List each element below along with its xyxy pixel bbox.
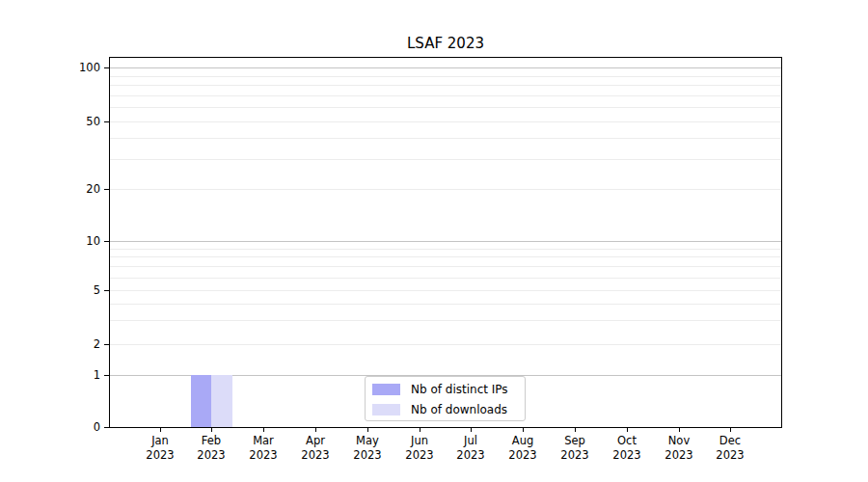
y-axis-tick-label: 20 <box>54 182 100 196</box>
x-axis-tick <box>575 428 576 432</box>
y-axis-tick-label: 2 <box>54 337 100 351</box>
y-gridline-minor <box>110 344 781 345</box>
y-gridline-minor <box>110 249 781 250</box>
y-axis-tick <box>104 344 109 345</box>
legend-label: Nb of distinct IPs <box>411 382 508 397</box>
y-axis-tick-label: 1 <box>54 368 100 382</box>
chart-title: LSAF 2023 <box>110 35 781 52</box>
legend: Nb of distinct IPsNb of downloads <box>365 376 526 421</box>
y-axis-tick-label: 0 <box>54 420 100 434</box>
y-gridline-minor <box>110 278 781 279</box>
y-gridline-minor <box>110 107 781 108</box>
y-axis-tick <box>104 121 109 122</box>
legend-swatch-distinct-ips <box>372 384 400 395</box>
y-gridline-minor <box>110 76 781 77</box>
x-axis-tick <box>263 428 264 432</box>
x-axis-tick <box>471 428 472 432</box>
y-gridline-minor <box>110 320 781 321</box>
x-axis-tick <box>730 428 731 432</box>
bar-nb-of-distinct-ips <box>191 375 212 427</box>
x-axis-tick <box>679 428 680 432</box>
y-axis-tick-label: 10 <box>54 234 100 248</box>
y-axis-tick-label: 5 <box>54 283 100 297</box>
y-gridline-minor <box>110 189 781 190</box>
y-axis-tick <box>104 189 109 190</box>
y-axis-tick <box>104 290 109 291</box>
y-axis-tick-label: 50 <box>54 115 100 128</box>
y-gridline-minor <box>110 256 781 257</box>
x-axis-tick <box>367 428 368 432</box>
y-gridline-minor <box>110 121 781 122</box>
y-gridline-minor <box>110 95 781 96</box>
y-gridline-minor <box>110 290 781 291</box>
y-axis-tick <box>104 67 109 68</box>
bar-nb-of-downloads <box>211 375 232 427</box>
x-axis-tick <box>627 428 628 432</box>
y-axis-tick <box>104 241 109 242</box>
y-axis-tick-label: 100 <box>54 61 100 74</box>
x-axis-tick-label: Dec 2023 <box>699 434 761 462</box>
y-gridline-minor <box>110 138 781 139</box>
x-axis-tick <box>420 428 420 432</box>
y-gridline-decade <box>110 241 781 242</box>
legend-label: Nb of downloads <box>411 402 507 417</box>
x-axis-tick <box>315 428 316 432</box>
y-gridline-minor <box>110 159 781 160</box>
y-gridline-minor <box>110 304 781 305</box>
y-axis-tick <box>104 427 109 428</box>
y-axis-tick <box>104 375 109 376</box>
legend-swatch-downloads <box>372 404 400 415</box>
y-gridline-decade <box>110 67 781 68</box>
chart-figure: LSAF 2023 0125102050100Jan 2023Feb 2023M… <box>0 0 868 482</box>
y-gridline-minor <box>110 85 781 86</box>
y-gridline-minor <box>110 266 781 267</box>
x-axis-tick <box>160 428 161 432</box>
plot-area <box>109 57 782 428</box>
x-axis-tick <box>211 428 212 432</box>
x-axis-tick <box>523 428 524 432</box>
